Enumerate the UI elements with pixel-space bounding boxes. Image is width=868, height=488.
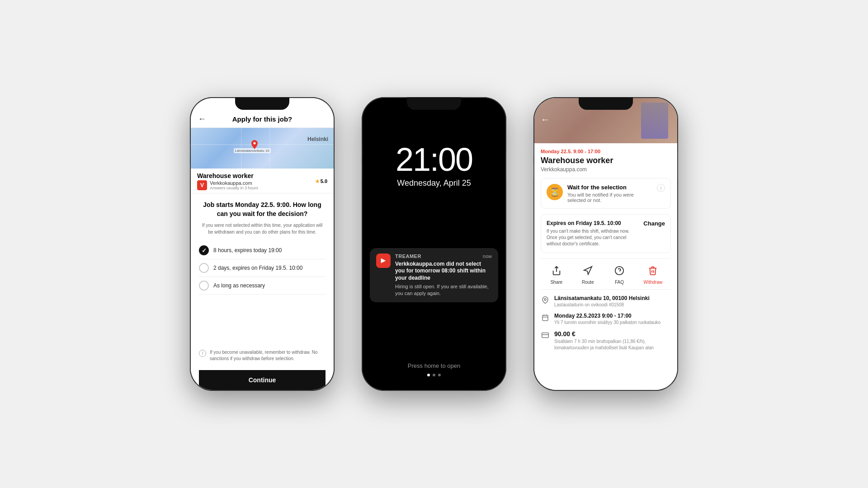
phone-side-btn-1 bbox=[334, 151, 335, 178]
p3-job-title: Warehouse worker bbox=[541, 156, 671, 165]
option-2days[interactable]: 2 days, expires on Friday 19.5. 10:00 bbox=[199, 259, 326, 277]
svg-rect-7 bbox=[542, 315, 548, 321]
p3-back-button[interactable]: ← bbox=[541, 114, 550, 125]
svg-point-6 bbox=[544, 299, 546, 300]
location-pin-icon bbox=[541, 296, 550, 305]
option-2days-label: 2 days, expires on Friday 19.5. 10:00 bbox=[213, 265, 302, 271]
shift-datetime: Monday 22.5.2023 9:00 - 17:00 bbox=[554, 313, 660, 319]
page-dots bbox=[427, 374, 441, 376]
option-as-long[interactable]: As long as necessary bbox=[199, 277, 326, 295]
route-icon bbox=[580, 263, 595, 278]
dialog-question: Job starts Monday 22.5. 9:00. How long c… bbox=[199, 201, 326, 218]
notification-content: TREAMER now Verkkokauppa.com did not sel… bbox=[395, 253, 492, 297]
map-city-label: Helsinki bbox=[307, 136, 328, 142]
phone-vol-up-3 bbox=[533, 142, 534, 158]
svg-marker-3 bbox=[584, 267, 592, 274]
expires-subtitle: If you can't make this shift, withdraw n… bbox=[547, 228, 639, 247]
location-address: Länsisatamankatu 10, 00100 Helsinki bbox=[554, 295, 650, 301]
page-dot-3 bbox=[438, 374, 441, 376]
expires-text-block: Expires on Friday 19.5. 10:00 If you can… bbox=[547, 220, 639, 247]
option-8hours-label: 8 hours, expires today 19:00 bbox=[213, 247, 282, 253]
p1-map: Helsinki Länsisatamankatu 10 bbox=[191, 128, 334, 169]
radio-as-long[interactable] bbox=[199, 281, 209, 291]
location-text: Länsisatamankatu 10, 00100 Helsinki Last… bbox=[554, 295, 650, 307]
phone-screen-3: ← Monday 22.5. 9:00 - 17:00 Warehouse wo… bbox=[534, 98, 677, 390]
p3-date-badge: Monday 22.5. 9:00 - 17:00 bbox=[541, 149, 671, 154]
phone-vol-down-1 bbox=[190, 163, 190, 178]
svg-marker-1 bbox=[381, 258, 386, 263]
shift-break-info: Yli 7 tunnin vuoroihin sisältyy 30 palka… bbox=[554, 320, 660, 325]
hourglass-icon: ⏳ bbox=[547, 184, 563, 200]
notification-card[interactable]: TREAMER now Verkkokauppa.com did not sel… bbox=[370, 248, 498, 303]
faq-action[interactable]: FAQ bbox=[612, 263, 627, 285]
share-icon bbox=[549, 263, 564, 278]
option-8hours[interactable]: 8 hours, expires today 19:00 bbox=[199, 242, 326, 259]
phone-notch-3 bbox=[579, 97, 633, 110]
continue-button[interactable]: Continue bbox=[199, 370, 326, 390]
notice-info-icon: i bbox=[199, 350, 206, 357]
share-action[interactable]: Share bbox=[549, 263, 564, 285]
share-label: Share bbox=[550, 280, 562, 285]
p1-job-info: Warehouse worker V Verkkokauppa.com Answ… bbox=[191, 169, 334, 193]
action-buttons-row: Share Route bbox=[541, 258, 671, 290]
wait-card-subtitle: You will be notified if you were selecte… bbox=[567, 192, 652, 203]
withdraw-action[interactable]: Withdraw bbox=[644, 263, 663, 285]
wait-card-title: Wait for the selection bbox=[567, 184, 652, 191]
p1-dialog: Job starts Monday 22.5. 9:00. How long c… bbox=[191, 193, 334, 390]
wait-card-text: Wait for the selection You will be notif… bbox=[567, 184, 652, 203]
notification-time: now bbox=[483, 253, 492, 259]
shift-pay-details: Sisältäen 7 h 30 min bruttopalkan (11,86… bbox=[554, 338, 671, 351]
wait-info-icon[interactable]: i bbox=[657, 184, 665, 192]
route-action[interactable]: Route bbox=[580, 263, 595, 285]
company-name: Verkkokauppa.com bbox=[210, 180, 258, 186]
hero-figure bbox=[641, 103, 668, 139]
phone-3: ← Monday 22.5. 9:00 - 17:00 Warehouse wo… bbox=[533, 97, 678, 391]
calendar-icon bbox=[541, 313, 550, 322]
notice-text: If you become unavailable, remember to w… bbox=[210, 349, 326, 362]
page-dot-1 bbox=[427, 374, 430, 376]
svg-point-0 bbox=[253, 142, 255, 145]
shift-pay: 90.00 € bbox=[554, 330, 671, 338]
phone2-content: 21:00 Wednesday, April 25 TREAMER now Ve… bbox=[363, 98, 505, 390]
phone-vol-up-1 bbox=[190, 142, 190, 158]
p3-company-name: Verkkokauppa.com bbox=[541, 166, 671, 173]
phone-1: ← Apply for this job? Helsinki Länsisata… bbox=[190, 97, 335, 391]
phone-screen-2: 21:00 Wednesday, April 25 TREAMER now Ve… bbox=[363, 98, 505, 390]
lockscreen-time: 21:00 bbox=[396, 143, 472, 176]
phone-notch-2 bbox=[407, 97, 461, 110]
wait-for-selection-card: ⏳ Wait for the selection You will be not… bbox=[541, 178, 671, 209]
expires-row: Expires on Friday 19.5. 10:00 If you can… bbox=[547, 220, 665, 247]
faq-icon bbox=[612, 263, 627, 278]
treamer-logo-icon bbox=[379, 257, 387, 265]
phone-screen-1: ← Apply for this job? Helsinki Länsisata… bbox=[191, 98, 334, 390]
money-detail: 90.00 € Sisältäen 7 h 30 min bruttopalka… bbox=[541, 330, 671, 351]
back-button[interactable]: ← bbox=[198, 114, 206, 124]
radio-8hours[interactable] bbox=[199, 245, 209, 255]
phone-notch-1 bbox=[235, 97, 289, 110]
route-label: Route bbox=[582, 280, 594, 285]
calendar-text: Monday 22.5.2023 9:00 - 17:00 Yli 7 tunn… bbox=[554, 313, 660, 325]
location-detail: Länsisatamankatu 10, 00100 Helsinki Last… bbox=[541, 295, 671, 307]
company-answers: Answers usually in 3 hours bbox=[210, 186, 258, 190]
withdraw-label: Withdraw bbox=[644, 280, 663, 285]
withdraw-icon bbox=[646, 263, 660, 278]
change-button[interactable]: Change bbox=[639, 220, 665, 227]
faq-label: FAQ bbox=[615, 280, 624, 285]
option-as-long-label: As long as necessary bbox=[213, 282, 265, 289]
lockscreen-bottom: Press home to open bbox=[408, 362, 460, 376]
press-home-label: Press home to open bbox=[408, 362, 460, 369]
p3-scroll-content: Monday 22.5. 9:00 - 17:00 Warehouse work… bbox=[534, 143, 677, 390]
notification-title: Verkkokauppa.com did not select you for … bbox=[395, 261, 492, 282]
phone-side-btn-2 bbox=[506, 151, 506, 178]
phone-vol-down-3 bbox=[533, 163, 534, 178]
notification-app-name: TREAMER bbox=[395, 253, 421, 259]
notification-app-icon bbox=[376, 253, 391, 268]
phone3-content: ← Monday 22.5. 9:00 - 17:00 Warehouse wo… bbox=[534, 98, 677, 390]
lockscreen-time-block: 21:00 Wednesday, April 25 bbox=[396, 143, 472, 188]
star-icon: ★ bbox=[315, 178, 320, 184]
radio-2days[interactable] bbox=[199, 263, 209, 273]
expires-card: Expires on Friday 19.5. 10:00 If you can… bbox=[541, 214, 671, 253]
company-logo: V bbox=[197, 180, 207, 190]
page-dot-2 bbox=[433, 374, 435, 376]
svg-rect-11 bbox=[542, 333, 549, 338]
